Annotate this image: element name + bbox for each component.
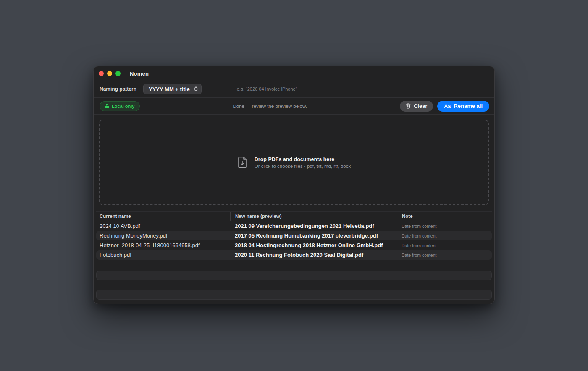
status-text: Done — review the preview below. xyxy=(140,104,400,109)
toolbar: Local only Done — review the preview bel… xyxy=(94,98,494,115)
chevron-up-down-icon xyxy=(194,86,198,92)
trash-icon xyxy=(406,103,411,109)
titlebar: Nomen xyxy=(94,66,494,81)
clear-button-label: Clear xyxy=(414,103,428,109)
lock-icon xyxy=(105,104,109,109)
naming-pattern-row: Naming pattern YYYY MM + title e.g. “202… xyxy=(94,81,494,98)
column-header-note[interactable]: Note xyxy=(397,212,492,221)
table-row[interactable]: Hetzner_2018-04-25_I180001694958.pdf 201… xyxy=(96,240,492,250)
cell-note: Date from content xyxy=(397,233,492,238)
traffic-lights xyxy=(99,71,121,76)
table-row[interactable]: Fotobuch.pdf 2020 11 Rechnung Fotobuch 2… xyxy=(96,250,492,260)
document-download-icon xyxy=(237,156,249,169)
dropzone-title: Drop PDFs and documents here xyxy=(255,157,351,162)
cell-note: Date from content xyxy=(397,224,492,229)
column-header-current-name[interactable]: Current name xyxy=(96,212,230,221)
footer-status-bar xyxy=(96,290,492,300)
cell-current: 2024 10 AVB.pdf xyxy=(96,223,230,229)
cell-current: Fotobuch.pdf xyxy=(96,252,230,258)
naming-pattern-select[interactable]: YYYY MM + title xyxy=(143,84,202,94)
cell-preview: 2021 09 Versicherungsbedingungen 2021 He… xyxy=(230,223,397,229)
table-row[interactable]: Rechnung MoneyMoney.pdf 2017 05 Rechnung… xyxy=(96,231,492,240)
naming-pattern-label: Naming pattern xyxy=(100,86,136,92)
cell-current: Hetzner_2018-04-25_I180001694958.pdf xyxy=(96,242,230,248)
rename-all-button-label: Rename all xyxy=(454,103,483,109)
table-row[interactable]: 2024 10 AVB.pdf 2021 09 Versicherungsbed… xyxy=(96,221,492,231)
cell-note: Date from content xyxy=(397,253,492,258)
table-body: 2024 10 AVB.pdf 2021 09 Versicherungsbed… xyxy=(96,221,492,260)
minimize-button[interactable] xyxy=(107,71,112,76)
cell-current: Rechnung MoneyMoney.pdf xyxy=(96,233,230,239)
table-header: Current name New name (preview) Note xyxy=(96,211,492,221)
cell-preview: 2020 11 Rechnung Fotobuch 2020 Saal Digi… xyxy=(230,252,397,258)
cell-note: Date from content xyxy=(397,243,492,248)
pattern-example-hint: e.g. “2026 04 Invoice iPhone” xyxy=(237,86,297,91)
cell-preview: 2017 05 Rechnung Homebanking 2017 clever… xyxy=(230,233,397,239)
naming-pattern-value: YYYY MM + title xyxy=(149,86,190,92)
content-area: Drop PDFs and documents here Or click to… xyxy=(94,115,494,304)
file-dropzone[interactable]: Drop PDFs and documents here Or click to… xyxy=(99,120,489,205)
app-window: Nomen Naming pattern YYYY MM + title e.g… xyxy=(93,66,495,304)
close-button[interactable] xyxy=(99,71,104,76)
local-only-label: Local only xyxy=(112,104,134,109)
rename-all-button[interactable]: Aa Rename all xyxy=(437,101,489,112)
dropzone-subtitle: Or click to choose files · pdf, txt, md,… xyxy=(255,164,351,169)
text-format-icon: Aa xyxy=(444,103,451,109)
cell-preview: 2018 04 Hostingrechnung 2018 Hetzner Onl… xyxy=(230,242,397,248)
column-header-new-name[interactable]: New name (preview) xyxy=(230,212,397,221)
local-only-badge: Local only xyxy=(100,101,140,111)
preview-table: Current name New name (preview) Note 202… xyxy=(96,211,492,260)
window-title: Nomen xyxy=(130,71,149,77)
clear-button[interactable]: Clear xyxy=(400,101,433,112)
dropzone-text: Drop PDFs and documents here Or click to… xyxy=(255,157,351,169)
dropzone-inner: Drop PDFs and documents here Or click to… xyxy=(237,156,351,169)
empty-row-placeholder xyxy=(96,271,492,280)
zoom-button[interactable] xyxy=(116,71,121,76)
